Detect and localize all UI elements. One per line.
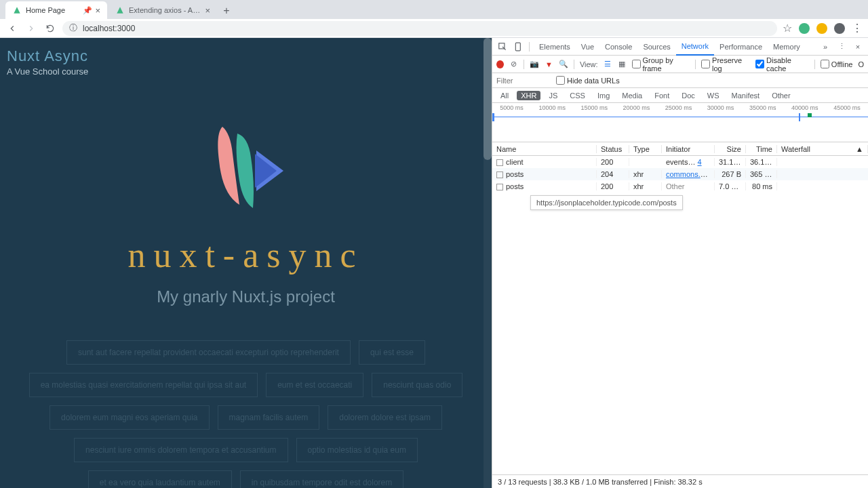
table-row[interactable]: client 200 events… 4 31.1 KB 36.17 s (492, 156, 868, 168)
type-font[interactable]: Font (650, 91, 673, 100)
post-link[interactable]: eum et est occaecati (266, 373, 363, 397)
post-link[interactable]: in quibusdam tempore odit est dolorem (240, 470, 403, 488)
group-by-frame-checkbox[interactable]: Group by frame (632, 56, 690, 73)
extension-icon[interactable] (799, 23, 810, 34)
post-link[interactable]: ea molestias quasi exercitationem repell… (29, 373, 258, 397)
tick: 45000 ms (833, 104, 861, 111)
reload-button[interactable] (43, 22, 57, 35)
disable-cache-checkbox[interactable]: Disable cache (755, 56, 809, 73)
tab-sources[interactable]: Sources (637, 38, 675, 56)
tab-network[interactable]: Network (676, 38, 714, 56)
col-initiator[interactable]: Initiator (662, 145, 715, 153)
preserve-log-checkbox[interactable]: Preserve log (701, 56, 750, 73)
tab-memory[interactable]: Memory (768, 38, 806, 56)
view-frame-icon[interactable]: ▦ (618, 60, 627, 69)
type-doc[interactable]: Doc (677, 91, 699, 100)
browser-toolbar: ⓘ localhost:3000 ☆ ⋮ (0, 19, 868, 38)
tick: 20000 ms (623, 104, 650, 111)
browser-tab-active[interactable]: Home Page 📌 × (5, 1, 107, 19)
settings-icon[interactable]: ⋮ (835, 41, 848, 53)
clear-icon[interactable]: ⊘ (509, 60, 518, 69)
inspect-icon[interactable] (496, 41, 509, 53)
tick: 35000 ms (749, 104, 776, 111)
col-name[interactable]: Name (492, 145, 597, 153)
tick: 40000 ms (791, 104, 818, 111)
post-link[interactable]: et ea vero quia laudantium autem (88, 470, 232, 488)
scrollbar[interactable] (484, 38, 492, 488)
type-css[interactable]: CSS (566, 91, 589, 100)
type-ws[interactable]: WS (703, 91, 724, 100)
menu-icon[interactable]: ⋮ (852, 22, 863, 35)
close-icon[interactable]: × (852, 41, 864, 53)
post-link[interactable]: qui est esse (359, 340, 425, 365)
col-size[interactable]: Size (715, 145, 746, 153)
forward-button[interactable] (24, 22, 38, 35)
search-icon[interactable]: 🔍 (559, 60, 568, 69)
url-text: localhost:3000 (83, 24, 135, 33)
hero-subtitle: My gnarly Nuxt.js project (27, 287, 465, 306)
devtools-panel: Elements Vue Console Sources Network Per… (492, 38, 868, 488)
type-media[interactable]: Media (618, 91, 646, 100)
hide-data-urls-checkbox[interactable]: Hide data URLs (556, 76, 620, 85)
network-controls: ⊘ 📷 ▼ 🔍 View: ☰ ▦ Group by frame Preserv… (492, 56, 868, 73)
back-button[interactable] (5, 22, 19, 35)
network-table: Name Status Type Initiator Size Time Wat… (492, 142, 868, 474)
tab-performance[interactable]: Performance (714, 38, 768, 56)
post-link[interactable]: sunt aut facere repellat provident occae… (66, 340, 351, 365)
address-bar[interactable]: ⓘ localhost:3000 (62, 21, 777, 36)
view-label: View: (580, 60, 598, 68)
tab-title: Home Page (26, 6, 80, 14)
scrollbar-thumb[interactable] (484, 38, 492, 160)
avatar-icon[interactable] (834, 23, 845, 34)
tab-elements[interactable]: Elements (534, 38, 576, 56)
file-icon (496, 171, 503, 178)
tick: 25000 ms (665, 104, 692, 111)
col-type[interactable]: Type (629, 145, 662, 153)
type-manifest[interactable]: Manifest (728, 91, 764, 100)
post-link[interactable]: dolorem eum magni eos aperiam quia (50, 405, 209, 430)
new-tab-button[interactable]: + (218, 3, 235, 19)
post-link[interactable]: nesciunt quas odio (372, 373, 462, 397)
col-status[interactable]: Status (597, 145, 629, 153)
type-xhr[interactable]: XHR (517, 91, 540, 100)
hero-title: nuxt-async (27, 235, 465, 275)
col-waterfall[interactable]: Waterfall ▲ (777, 145, 868, 153)
tick: 10000 ms (538, 104, 566, 111)
view-list-icon[interactable]: ☰ (604, 60, 612, 69)
offline-checkbox[interactable]: Offline (821, 60, 853, 68)
table-row[interactable]: posts 204 xhr commons.ap… 267 B 365 ms (492, 168, 868, 180)
post-link[interactable]: nesciunt iure omnis dolorem tempora et a… (74, 438, 288, 462)
star-icon[interactable]: ☆ (783, 22, 792, 35)
more-tabs-icon[interactable]: » (819, 41, 831, 53)
type-other[interactable]: Other (768, 91, 795, 100)
tab-console[interactable]: Console (599, 38, 637, 56)
device-icon[interactable] (513, 41, 525, 53)
tab-vue[interactable]: Vue (576, 38, 599, 56)
close-icon[interactable]: × (95, 5, 100, 16)
extension-icons: ☆ ⋮ (783, 22, 863, 35)
type-filter-row: All XHR JS CSS Img Media Font Doc WS Man… (492, 88, 868, 103)
pin-icon: 📌 (83, 6, 92, 15)
app-page: Nuxt Async A Vue School course nuxt-asyn… (0, 38, 492, 488)
filter-input[interactable] (496, 77, 551, 85)
network-footer: 3 / 13 requests | 38.3 KB / 1.0 MB trans… (492, 474, 868, 488)
type-all[interactable]: All (496, 91, 513, 100)
post-link[interactable]: magnam facilis autem (218, 405, 320, 430)
col-time[interactable]: Time (746, 145, 777, 153)
tick: 30000 ms (707, 104, 734, 111)
record-button[interactable] (496, 60, 504, 68)
browser-tab[interactable]: Extending axios - Axios Modu... × (108, 1, 217, 19)
close-icon[interactable]: × (205, 5, 210, 16)
type-img[interactable]: Img (593, 91, 614, 100)
camera-icon[interactable]: 📷 (530, 60, 539, 69)
timeline-overview[interactable]: 5000 ms 10000 ms 15000 ms 20000 ms 25000… (492, 103, 868, 142)
svg-marker-0 (14, 7, 20, 13)
type-js[interactable]: JS (545, 91, 561, 100)
table-row[interactable]: posts 200 xhr Other 7.0 KB 80 ms (492, 180, 868, 192)
post-link[interactable]: dolorem dolore est ipsam (328, 405, 442, 430)
post-link[interactable]: optio molestias id quia eum (296, 438, 418, 462)
extension-icon[interactable] (816, 23, 827, 34)
online-dropdown[interactable]: O (858, 60, 864, 68)
filter-icon[interactable]: ▼ (545, 60, 553, 69)
page-title: Nuxt Async (7, 47, 485, 65)
